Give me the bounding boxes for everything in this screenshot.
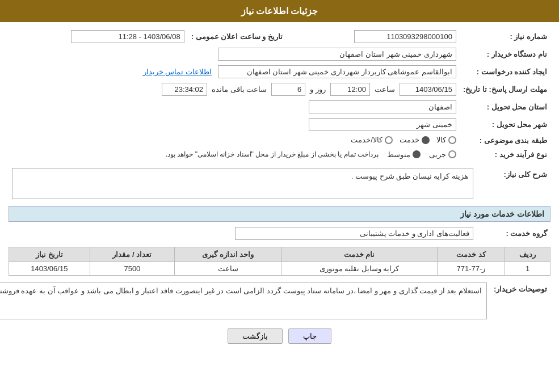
subject-label-kala-khedmat: کالا/خدمت [351, 136, 383, 144]
purchase-type-row: جزیی متوسط پرداخت تمام یا بخشی از مبلغ خ… [9, 148, 460, 161]
delivery-city-field: خمینی شهر [309, 118, 456, 131]
services-section-header: اطلاعات خدمات مورد نیاز [9, 206, 550, 222]
delivery-province-value: اصفهان [9, 98, 460, 116]
col-header-date: تاریخ نیاز [9, 247, 90, 262]
buyer-notes-label: توصیحات خریدار: [490, 280, 550, 322]
delivery-province-label: استان محل تحویل : [460, 98, 550, 116]
subject-label-khedmat: خدمت [400, 136, 419, 144]
cell-code: ز-77-771 [437, 262, 505, 275]
service-group-value: فعالیت‌های اداری و خدمات پشتیبانی [9, 225, 477, 242]
delivery-city-label: شهر محل تحویل : [460, 116, 550, 133]
subject-option-kala: کالا [436, 136, 456, 144]
reply-time-label: ساعت [375, 85, 395, 94]
reply-remaining-field: 23:34:02 [162, 83, 207, 96]
subject-label-kala: کالا [436, 136, 446, 144]
buyer-org-label: نام دستگاه خریدار : [460, 45, 550, 63]
need-number-field: 1103093298000100 [354, 30, 456, 43]
purchase-label-jozii: جزیی [429, 150, 446, 159]
delivery-city-value: خمینی شهر [9, 116, 460, 133]
description-section: شرح کلی نیاز: هزینه کرایه نیسان طبق شرح … [9, 166, 550, 201]
col-header-code: کد خدمت [437, 247, 505, 262]
cell-unit: ساعت [175, 262, 281, 275]
page-header: جزئیات اطلاعات نیاز [0, 0, 559, 22]
subject-option-khedmat: خدمت [400, 136, 430, 144]
need-description-value: هزینه کرایه نیسان طبق شرح پیوست . [9, 166, 477, 201]
col-header-qty: تعداد / مقدار [90, 247, 174, 262]
reply-date-field: 1403/06/15 [400, 83, 456, 96]
need-description-field[interactable]: هزینه کرایه نیسان طبق شرح پیوست . [12, 168, 473, 199]
reply-deadline-row: 1403/06/15 ساعت 12:00 روز و 6 ساعت باقی … [9, 81, 460, 98]
cell-quantity: 7500 [90, 262, 174, 275]
announce-date-value: 1403/06/08 - 11:28 [9, 28, 188, 45]
cell-date: 1403/06/15 [9, 262, 90, 275]
subject-radio-kala-khedmat[interactable] [385, 136, 393, 144]
delivery-province-field: اصفهان [309, 100, 456, 113]
cell-name: کرایه وسایل نقلیه موتوری [281, 262, 437, 275]
col-header-name: نام خدمت [281, 247, 437, 262]
purchase-radio-jozii[interactable] [448, 150, 456, 158]
action-buttons: چاپ بازگشت [9, 328, 550, 344]
buyer-notes-section: توصیحات خریدار: استعلام بعد از قیمت گذار… [0, 280, 550, 322]
subject-label: طبقه بندی موضوعی : [460, 133, 550, 148]
announce-date-label: تاریخ و ساعت اعلان عمومی : [188, 28, 286, 45]
reply-deadline-label: مهلت ارسال پاسخ: تا تاریخ: [460, 81, 550, 98]
need-number-value: 1103093298000100 [297, 28, 460, 45]
purchase-type-jozii: جزیی [429, 150, 456, 159]
subject-radio-kala[interactable] [448, 136, 456, 144]
col-header-unit: واحد اندازه گیری [175, 247, 281, 262]
buyer-notes-field: استعلام بعد از قیمت گذاری و مهر و امضا ،… [0, 283, 487, 319]
buyer-org-value: شهرداری خمینی شهر استان اصفهان [9, 45, 460, 63]
print-button[interactable]: چاپ [288, 328, 331, 344]
service-group-table: گروه خدمت : فعالیت‌های اداری و خدمات پشت… [9, 225, 550, 242]
service-group-label: گروه خدمت : [477, 225, 550, 242]
buyer-org-field: شهرداری خمینی شهر استان اصفهان [218, 48, 456, 61]
cell-row: 1 [505, 262, 550, 275]
page-title: جزئیات اطلاعات نیاز [241, 6, 318, 16]
purchase-label-motavasset: متوسط [387, 150, 410, 159]
subject-option-kala-khedmat: کالا/خدمت [351, 136, 393, 144]
services-table: ردیف کد خدمت نام خدمت واحد اندازه گیری ت… [9, 247, 550, 276]
reply-remaining-label: ساعت باقی مانده [212, 85, 267, 94]
subject-radios: کالا خدمت کالا/خدمت [9, 133, 460, 148]
announce-date-field: 1403/06/08 - 11:28 [71, 30, 184, 43]
contact-link[interactable]: اطلاعات تماس خریدار [143, 68, 212, 76]
creator-value: ابوالقاسم عموشاهی کاربرداز شهرداری خمینی… [9, 63, 460, 81]
need-description-label: شرح کلی نیاز: [477, 166, 550, 201]
reply-time-field: 12:00 [330, 83, 370, 96]
service-group-field: فعالیت‌های اداری و خدمات پشتیبانی [235, 227, 473, 240]
back-button[interactable]: بازگشت [228, 328, 283, 344]
need-number-label: شماره نیاز : [460, 28, 550, 45]
purchase-type-motavasset: متوسط [387, 150, 421, 159]
reply-days-field: 6 [271, 83, 305, 96]
creator-field: ابوالقاسم عموشاهی کاربرداز شهرداری خمینی… [218, 65, 456, 78]
basic-info-table: شماره نیاز : 1103093298000100 تاریخ و سا… [9, 28, 550, 161]
purchase-type-label: نوع فرآیند خرید : [460, 148, 550, 161]
creator-label: ایجاد کننده درخواست : [460, 63, 550, 81]
purchase-radio-motavasset[interactable] [413, 150, 421, 158]
reply-days-label: روز و [310, 85, 326, 94]
purchase-type-desc: پرداخت تمام یا بخشی از مبلغ خریدار از مح… [166, 150, 379, 158]
col-header-row: ردیف [505, 247, 550, 262]
subject-radio-khedmat[interactable] [422, 136, 430, 144]
buyer-notes-value: استعلام بعد از قیمت گذاری و مهر و امضا ،… [0, 280, 490, 322]
table-row: 1ز-77-771کرایه وسایل نقلیه موتوریساعت750… [9, 262, 550, 275]
